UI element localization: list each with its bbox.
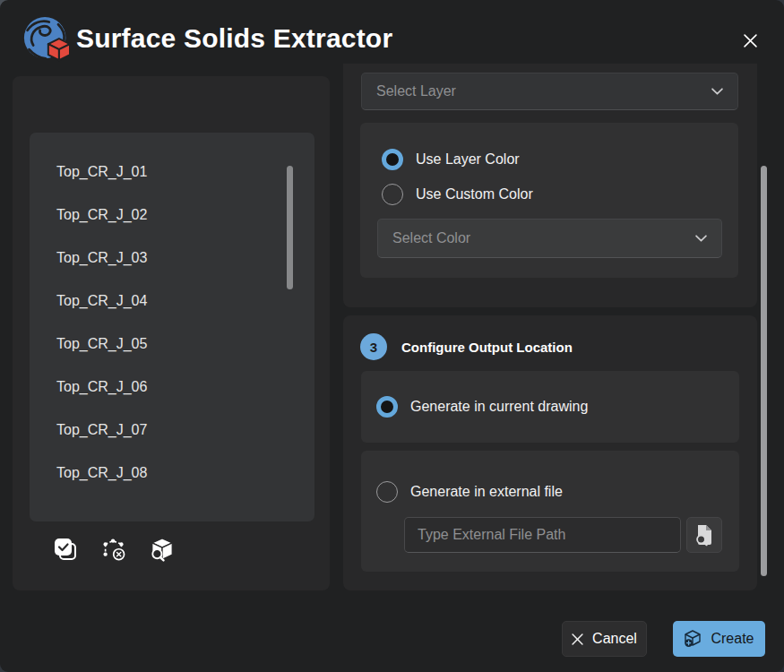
chevron-down-icon xyxy=(711,88,723,95)
layer-select[interactable]: Select Layer xyxy=(361,73,738,110)
step-3-badge: 3 xyxy=(360,333,387,360)
browse-file-button[interactable] xyxy=(686,517,722,553)
select-all-button[interactable] xyxy=(52,536,79,563)
surfaces-panel: 1 Select Surfaces to Process Top_CR_J_01… xyxy=(13,76,330,590)
cancel-button[interactable]: Cancel xyxy=(562,621,647,657)
options-scroll-area: Select Layer Use Layer Color Use Custom … xyxy=(343,64,773,590)
surface-list-item[interactable]: Top_CR_J_01 xyxy=(30,151,314,194)
radio-generate-current-drawing[interactable]: Generate in current drawing xyxy=(376,396,588,418)
clear-selection-icon xyxy=(100,536,127,563)
color-mode-card: Use Layer Color Use Custom Color Select … xyxy=(360,123,738,278)
surface-list-item[interactable]: Top_CR_J_03 xyxy=(30,237,314,280)
surface-list-item[interactable]: Top_CR_J_08 xyxy=(30,452,314,495)
radio-circle-icon xyxy=(382,149,403,170)
surface-solids-extractor-dialog: Surface Solids Extractor 1 Select Surfac… xyxy=(0,0,784,672)
inspect-solids-button[interactable] xyxy=(149,536,176,563)
surface-list: Top_CR_J_01 Top_CR_J_02 Top_CR_J_03 Top_… xyxy=(30,133,314,521)
select-all-icon xyxy=(52,536,79,563)
create-label: Create xyxy=(711,631,754,647)
surface-list-item[interactable]: Top_CR_J_07 xyxy=(30,409,314,452)
create-button[interactable]: Create xyxy=(673,621,765,657)
radio-use-layer-color[interactable]: Use Layer Color xyxy=(382,149,520,170)
surface-list-scrollbar[interactable] xyxy=(287,166,293,289)
layer-panel: Select Layer Use Layer Color Use Custom … xyxy=(343,64,757,307)
cancel-label: Cancel xyxy=(592,631,637,647)
cube-add-icon xyxy=(684,630,702,648)
color-select[interactable]: Select Color xyxy=(377,219,722,258)
radio-circle-icon xyxy=(376,481,398,503)
close-button[interactable] xyxy=(730,26,770,55)
app-logo-icon xyxy=(23,16,70,63)
step-3-header: 3 Configure Output Location xyxy=(360,333,573,360)
radio-circle-icon xyxy=(376,396,398,418)
step-3-title: Configure Output Location xyxy=(401,340,573,355)
color-select-placeholder: Select Color xyxy=(392,230,470,246)
radio-circle-icon xyxy=(382,184,403,205)
close-icon xyxy=(744,34,757,47)
cancel-x-icon xyxy=(572,633,583,645)
radio-label: Generate in external file xyxy=(410,484,563,500)
radio-label: Generate in current drawing xyxy=(410,399,588,415)
options-scrollbar[interactable] xyxy=(761,166,767,576)
footer-bar: Cancel Create xyxy=(0,590,784,672)
surface-list-item[interactable]: Top_CR_J_02 xyxy=(30,194,314,237)
surface-tools xyxy=(52,536,176,563)
radio-generate-external-file[interactable]: Generate in external file xyxy=(376,481,563,503)
surface-list-item[interactable]: Top_CR_J_04 xyxy=(30,280,314,323)
current-drawing-card: Generate in current drawing xyxy=(361,371,739,443)
external-file-path-input[interactable] xyxy=(404,517,681,553)
file-search-icon xyxy=(694,524,715,547)
radio-label: Use Custom Color xyxy=(416,186,533,202)
output-panel: 3 Configure Output Location Generate in … xyxy=(343,315,757,590)
chevron-down-icon xyxy=(695,235,707,242)
box-search-icon xyxy=(149,536,176,563)
surface-list-item[interactable]: Top_CR_J_06 xyxy=(30,366,314,409)
radio-label: Use Layer Color xyxy=(416,151,520,168)
clear-selection-button[interactable] xyxy=(100,536,127,563)
external-file-card: Generate in external file xyxy=(361,451,739,572)
layer-select-placeholder: Select Layer xyxy=(376,83,456,99)
surface-list-item[interactable]: Top_CR_J_05 xyxy=(30,323,314,366)
radio-use-custom-color[interactable]: Use Custom Color xyxy=(382,184,533,205)
